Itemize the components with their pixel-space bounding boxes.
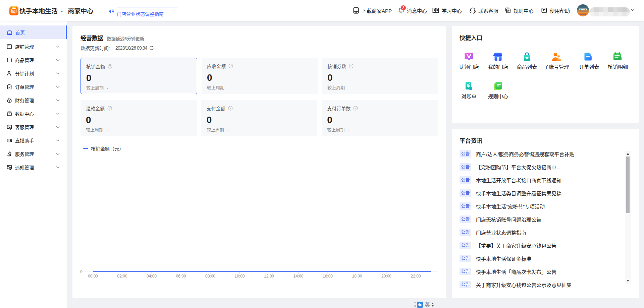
svg-text:18:00: 18:00 — [352, 274, 362, 279]
svg-text:02:00: 02:00 — [117, 274, 127, 279]
svg-text:04:00: 04:00 — [147, 274, 157, 279]
svg-text:10:00: 10:00 — [234, 274, 245, 279]
svg-text:00:00: 00:00 — [88, 274, 98, 279]
svg-text:22:00: 22:00 — [411, 274, 421, 279]
svg-text:团: 团 — [12, 9, 16, 13]
svg-text:14:00: 14:00 — [293, 274, 303, 279]
svg-text:16:00: 16:00 — [323, 274, 333, 279]
svg-text:08:00: 08:00 — [205, 274, 215, 279]
svg-text:12:00: 12:00 — [264, 274, 274, 279]
svg-text:06:00: 06:00 — [176, 274, 186, 279]
svg-text:20:00: 20:00 — [381, 274, 391, 279]
svg-text:0: 0 — [80, 269, 83, 274]
svg-text:du: du — [418, 303, 423, 307]
svg-text:英: 英 — [425, 302, 430, 308]
